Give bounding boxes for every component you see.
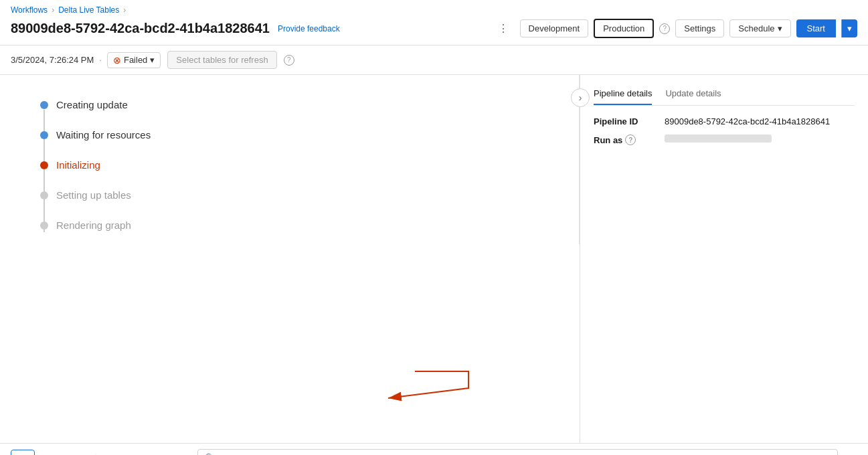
step-dot-init bbox=[40, 161, 48, 169]
step-label-setup: Setting up tables bbox=[56, 189, 131, 201]
log-section: All ✓ Info ⚠ Warning ⊗ Error 🔍 × ✓ 12 mi… bbox=[0, 443, 868, 455]
details-tabs: Pipeline details Update details bbox=[594, 86, 855, 106]
feedback-link[interactable]: Provide feedback bbox=[278, 24, 340, 33]
filter-error-button[interactable]: ⊗ Error bbox=[148, 450, 192, 455]
steps-panel: › Creating update Waiting for resources bbox=[0, 75, 580, 244]
step-dot-render bbox=[40, 221, 48, 230]
select-tables-button[interactable]: Select tables for refresh bbox=[167, 51, 276, 69]
breadcrumb-workflows[interactable]: Workflows bbox=[11, 5, 48, 15]
pipeline-id-label: Pipeline ID bbox=[594, 116, 654, 126]
run-date: 3/5/2024, 7:26:24 PM bbox=[11, 55, 94, 65]
step-label-init: Initializing bbox=[56, 159, 100, 171]
schedule-button[interactable]: Schedule ▾ bbox=[729, 19, 790, 37]
run-as-label: Run as ? bbox=[594, 134, 654, 145]
separator-dot: · bbox=[99, 55, 102, 65]
breadcrumb-delta[interactable]: Delta Live Tables bbox=[58, 5, 119, 15]
pipeline-id-row: Pipeline ID 89009de8-5792-42ca-bcd2-41b4… bbox=[594, 116, 855, 126]
development-button[interactable]: Development bbox=[520, 19, 589, 37]
step-dot-setup bbox=[40, 191, 48, 199]
step-dot-creating bbox=[40, 101, 48, 109]
breadcrumb: Workflows › Delta Live Tables › bbox=[11, 5, 857, 15]
schedule-chevron: ▾ bbox=[778, 23, 782, 33]
pipeline-id-value: 89009de8-5792-42ca-bcd2-41b4a1828641 bbox=[665, 116, 830, 126]
more-options-button[interactable]: ⋮ bbox=[492, 19, 515, 38]
breadcrumb-sep1: › bbox=[52, 5, 54, 15]
start-caret-button[interactable]: ▾ bbox=[841, 19, 857, 37]
production-button[interactable]: Production bbox=[594, 19, 654, 38]
settings-button[interactable]: Settings bbox=[675, 19, 724, 37]
step-label-render: Rendering graph bbox=[56, 219, 131, 231]
filter-info-button[interactable]: ✓ Info bbox=[40, 450, 80, 455]
run-as-value bbox=[665, 134, 772, 143]
pipeline-id-title: 89009de8-5792-42ca-bcd2-41b4a1828641 bbox=[11, 21, 270, 36]
details-panel: Pipeline details Update details Pipeline… bbox=[580, 75, 868, 443]
schedule-label: Schedule bbox=[738, 23, 774, 33]
run-as-info-icon[interactable]: ? bbox=[625, 134, 636, 145]
start-button[interactable]: Start bbox=[796, 19, 836, 37]
select-tables-info-icon[interactable]: ? bbox=[284, 55, 294, 66]
step-dot-waiting bbox=[40, 131, 48, 139]
filter-input-wrap: 🔍 bbox=[197, 449, 838, 455]
breadcrumb-sep2: › bbox=[123, 5, 126, 15]
run-info: 3/5/2024, 7:26:24 PM · ⊗ Failed ▾ bbox=[11, 52, 161, 68]
toolbar: 3/5/2024, 7:26:24 PM · ⊗ Failed ▾ Select… bbox=[0, 46, 868, 75]
redacted-username bbox=[665, 134, 772, 143]
failed-label: Failed bbox=[124, 55, 147, 65]
tab-update-details[interactable]: Update details bbox=[665, 86, 721, 105]
close-log-button[interactable]: × bbox=[843, 451, 857, 456]
env-info-icon[interactable]: ? bbox=[659, 23, 670, 34]
filter-warning-button[interactable]: ⚠ Warning bbox=[85, 450, 143, 455]
log-toolbar: All ✓ Info ⚠ Warning ⊗ Error 🔍 × bbox=[0, 444, 868, 455]
run-as-row: Run as ? bbox=[594, 134, 855, 145]
step-label-waiting: Waiting for resources bbox=[56, 129, 151, 141]
failed-icon: ⊗ bbox=[113, 55, 121, 66]
toggle-panel-button[interactable]: › bbox=[571, 88, 590, 107]
step-label-creating: Creating update bbox=[56, 99, 128, 110]
tab-pipeline-details[interactable]: Pipeline details bbox=[594, 86, 652, 105]
failed-badge[interactable]: ⊗ Failed ▾ bbox=[107, 52, 161, 68]
filter-all-button[interactable]: All bbox=[11, 450, 35, 455]
failed-chevron: ▾ bbox=[150, 55, 155, 65]
